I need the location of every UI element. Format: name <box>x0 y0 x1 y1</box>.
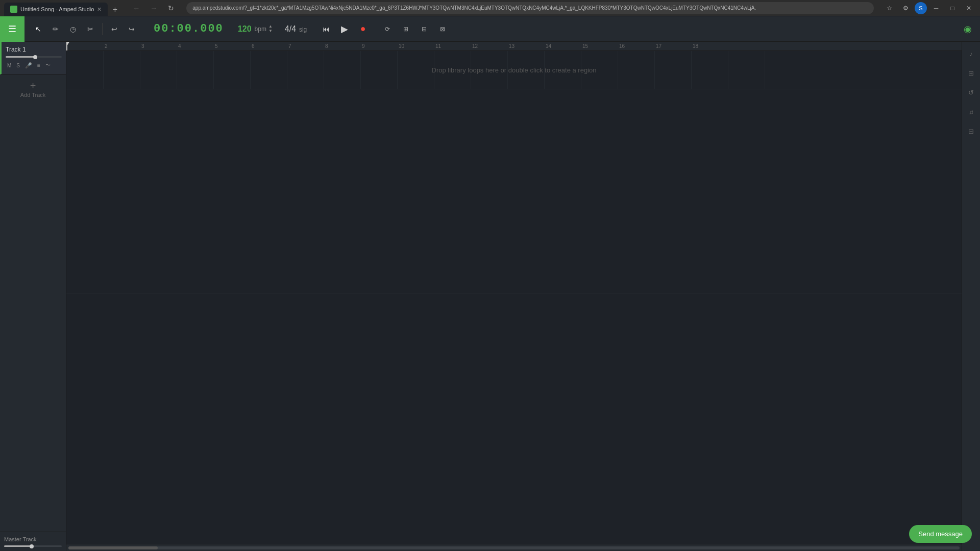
track-1-volume-row <box>6 56 62 58</box>
bookmark-icon[interactable]: ☆ <box>882 1 896 15</box>
app-toolbar: ☰ ↖ ✏ ◷ ✂ ↩ ↪ 00:00.000 120 bpm ▲ ▼ 4/4 … <box>0 16 980 42</box>
ruler-marker-3: 3 <box>140 42 144 51</box>
loop-button[interactable]: ⟳ <box>380 22 395 36</box>
sidebar-refresh-icon[interactable]: ↺ <box>964 85 979 100</box>
redo-button[interactable]: ↪ <box>124 21 139 37</box>
minimize-button[interactable]: ─ <box>929 1 943 15</box>
ruler-marker-8: 8 <box>324 42 328 51</box>
active-tab[interactable]: Untitled Song - Amped Studio ✕ <box>4 3 108 16</box>
track-1-mute-button[interactable]: M <box>6 62 13 69</box>
track-1-settings-button[interactable]: ≡ <box>36 62 42 69</box>
back-button[interactable]: ← <box>129 1 143 15</box>
right-icons: ◉ <box>960 16 980 42</box>
drop-hint: Drop library loops here or double click … <box>431 66 596 74</box>
refresh-button[interactable]: ↻ <box>164 1 178 15</box>
add-track-plus-icon: + <box>30 81 36 91</box>
track-1-volume-bar[interactable] <box>6 56 62 58</box>
right-sidebar: ♪ ⊞ ↺ ♬ ⊟ <box>962 42 980 551</box>
quantize-button[interactable]: ⊠ <box>435 22 450 36</box>
profile-avatar[interactable]: S <box>915 2 927 14</box>
ruler-marker-16: 16 <box>618 42 625 51</box>
h-scrollbar-area <box>66 544 962 551</box>
sig-value[interactable]: 4/4 <box>285 24 296 33</box>
center-area: 2 3 4 5 6 7 8 9 10 11 12 13 14 15 16 17 <box>66 42 980 551</box>
hamburger-icon: ☰ <box>8 23 16 35</box>
master-track-label: Master Track <box>4 536 62 542</box>
record-button[interactable]: ● <box>356 22 370 36</box>
play-button[interactable]: ▶ <box>337 22 352 36</box>
forward-button[interactable]: → <box>146 1 161 15</box>
track-1-volume-thumb <box>33 55 37 59</box>
tab-title: Untitled Song - Amped Studio <box>20 6 94 12</box>
bpm-up-arrow[interactable]: ▲ <box>268 24 273 29</box>
track-1-header: Track 1 M S 🎤 ≡ 〜 <box>0 42 66 74</box>
track-rows[interactable]: Drop library loops here or double click … <box>66 51 962 544</box>
maximize-button[interactable]: □ <box>945 1 960 15</box>
browser-actions: ☆ ⚙ S ─ □ ✕ <box>882 1 976 15</box>
ruler-marker-15: 15 <box>581 42 588 51</box>
h-scrollbar-thumb[interactable] <box>68 546 158 549</box>
hamburger-button[interactable]: ☰ <box>0 16 24 42</box>
timeline-ruler: 2 3 4 5 6 7 8 9 10 11 12 13 14 15 16 17 <box>66 42 962 51</box>
tab-close-icon[interactable]: ✕ <box>97 6 102 13</box>
add-track-label: Add Track <box>20 92 46 98</box>
add-track-button[interactable]: + Add Track <box>0 74 66 104</box>
track-1-volume-fill <box>6 56 37 58</box>
ruler-marker-2: 2 <box>103 42 108 51</box>
metronome-button[interactable]: ⊟ <box>417 22 431 36</box>
extensions-icon[interactable]: ⚙ <box>898 1 913 15</box>
master-volume-row <box>4 545 62 547</box>
undo-button[interactable]: ↩ <box>107 21 122 37</box>
sidebar-bottom-icon[interactable]: ⊟ <box>964 123 979 139</box>
bpm-arrows[interactable]: ▲ ▼ <box>268 24 273 33</box>
sidebar-music-icon[interactable]: ♬ <box>964 104 979 119</box>
track-1-arm-button[interactable]: 🎤 <box>23 61 34 70</box>
ruler-marker-13: 13 <box>507 42 514 51</box>
center-with-sidebar: 2 3 4 5 6 7 8 9 10 11 12 13 14 15 16 17 <box>66 42 980 551</box>
sig-unit: sig <box>299 26 307 33</box>
transport-controls: ⏮ ▶ ● <box>313 22 376 36</box>
user-profile-icon[interactable]: ◉ <box>960 16 976 42</box>
clock-tool-button[interactable]: ◷ <box>65 21 81 37</box>
empty-row-1 <box>66 89 962 293</box>
ruler-marker-11: 11 <box>434 42 441 51</box>
master-volume-bar[interactable] <box>4 545 62 547</box>
master-track-section: Master Track <box>0 532 66 551</box>
bpm-display: 120 bpm ▲ ▼ <box>232 24 279 34</box>
browser-chrome: Untitled Song - Amped Studio ✕ + ← → ↻ a… <box>0 0 980 16</box>
track-1-row[interactable]: Drop library loops here or double click … <box>66 51 962 89</box>
punch-in-button[interactable]: ⊞ <box>399 22 413 36</box>
select-tool-button[interactable]: ↖ <box>31 21 46 37</box>
ruler-marker-17: 17 <box>654 42 662 51</box>
ruler-marker-4: 4 <box>177 42 181 51</box>
track-1-name: Track 1 <box>6 46 62 53</box>
address-bar[interactable]: app.ampedstudio.com/?_gl=1*zkt20c*_ga*MT… <box>186 2 874 14</box>
transport-extra: ⟳ ⊞ ⊟ ⊠ <box>376 22 454 36</box>
sig-display: 4/4 sig <box>279 24 313 34</box>
rewind-button[interactable]: ⏮ <box>319 22 333 36</box>
h-scrollbar[interactable] <box>68 546 960 549</box>
bpm-down-arrow[interactable]: ▼ <box>268 29 273 33</box>
pencil-tool-button[interactable]: ✏ <box>48 21 63 37</box>
ruler-marker-10: 10 <box>397 42 404 51</box>
playhead[interactable] <box>66 42 67 51</box>
bpm-value[interactable]: 120 <box>238 24 252 34</box>
sidebar-notes-icon[interactable]: ♪ <box>964 46 979 61</box>
browser-nav: ← → ↻ <box>129 1 178 15</box>
main-layout: Track 1 M S 🎤 ≡ 〜 + Add Track Master Tra… <box>0 42 980 551</box>
address-text: app.ampedstudio.com/?_gl=1*zkt20c*_ga*MT… <box>192 5 756 11</box>
tab-favicon <box>10 6 17 13</box>
sidebar-grid-icon[interactable]: ⊞ <box>964 65 979 81</box>
bpm-unit: bpm <box>255 26 266 33</box>
track-1-controls: M S 🎤 ≡ 〜 <box>6 61 62 70</box>
playhead-triangle <box>66 42 69 46</box>
timeline-area: 2 3 4 5 6 7 8 9 10 11 12 13 14 15 16 17 <box>66 42 962 551</box>
ruler-marker-5: 5 <box>213 42 218 51</box>
new-tab-button[interactable]: + <box>109 4 121 16</box>
scissors-tool-button[interactable]: ✂ <box>83 21 98 37</box>
ruler-marker-14: 14 <box>544 42 551 51</box>
toolbar-tools: ↖ ✏ ◷ ✂ ↩ ↪ <box>24 21 145 37</box>
send-message-button[interactable]: Send message <box>909 525 972 543</box>
close-browser-button[interactable]: ✕ <box>962 1 976 15</box>
track-1-solo-button[interactable]: S <box>15 62 21 69</box>
